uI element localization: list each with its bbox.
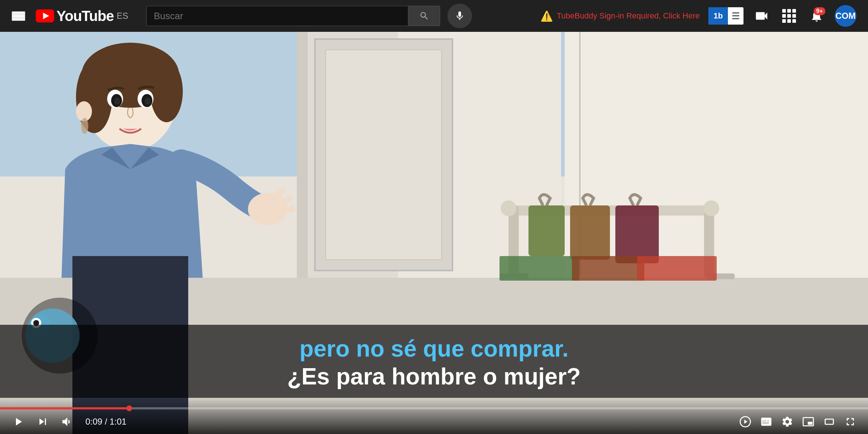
subtitle-line2: ¿Es para hombre o mujer? <box>22 363 846 391</box>
next-button[interactable] <box>33 412 52 431</box>
progress-dot <box>126 405 132 411</box>
time-total: 1:01 <box>110 417 127 426</box>
search-input-wrapper <box>146 6 408 26</box>
subtitle-line1: pero no sé que comprar. <box>22 335 846 363</box>
logo-text: YouTube <box>56 8 114 24</box>
youtube-logo[interactable]: YouTubeES <box>35 8 128 24</box>
mic-button[interactable] <box>447 4 472 28</box>
progress-bar[interactable] <box>0 407 868 409</box>
volume-button[interactable] <box>58 412 77 431</box>
tubebuddy-menu-icon: ☰ <box>728 7 743 25</box>
search-button[interactable] <box>408 6 440 26</box>
hamburger-menu-button[interactable] <box>12 11 25 21</box>
svg-rect-38 <box>500 256 579 281</box>
svg-point-14 <box>76 61 112 133</box>
time-display: 0:09 / 1:01 <box>85 417 126 427</box>
svg-rect-36 <box>570 205 610 260</box>
notification-badge: 9+ <box>814 7 825 15</box>
svg-point-33 <box>501 200 517 216</box>
svg-point-15 <box>150 61 183 122</box>
avatar[interactable]: COM <box>835 5 856 27</box>
time-separator: / <box>105 417 109 426</box>
time-current: 0:09 <box>85 417 102 426</box>
logo-country: ES <box>117 11 128 21</box>
video-controls: 0:09 / 1:01 <box>0 398 868 434</box>
alert-icon: ⚠️ <box>540 10 553 22</box>
controls-row: 0:09 / 1:01 <box>0 412 868 431</box>
apps-grid-icon <box>782 9 796 23</box>
video-scene: pero no sé que comprar. ¿Es para hombre … <box>0 32 868 434</box>
header-right: ⚠️ TubeBuddy Sign-in Required, Click Her… <box>540 5 856 27</box>
svg-point-23 <box>81 118 88 134</box>
svg-rect-4 <box>297 32 308 278</box>
autoplay-button[interactable] <box>736 413 754 431</box>
svg-rect-39 <box>572 256 644 281</box>
header: YouTubeES ⚠️ TubeBuddy Sign-in Required,… <box>0 0 868 32</box>
theater-mode-button[interactable] <box>820 413 838 431</box>
create-button[interactable] <box>752 7 771 25</box>
play-button[interactable] <box>9 412 28 431</box>
tubebuddy-alert-text: TubeBuddy Sign-in Required, Click Here <box>557 11 700 21</box>
svg-rect-37 <box>615 205 659 263</box>
subtitle-overlay: pero no sé que comprar. ¿Es para hombre … <box>0 325 868 398</box>
tubebuddy-logo: 1b <box>708 7 728 25</box>
svg-rect-8 <box>326 50 442 260</box>
miniplayer-button[interactable] <box>799 413 817 431</box>
search-input[interactable] <box>154 10 401 22</box>
tubebuddy-button[interactable]: 1b ☰ <box>708 7 743 25</box>
progress-fill <box>0 407 129 409</box>
tubebuddy-alert[interactable]: ⚠️ TubeBuddy Sign-in Required, Click Her… <box>540 10 700 22</box>
subtitles-button[interactable] <box>757 413 775 431</box>
apps-button[interactable] <box>780 7 799 25</box>
svg-point-20 <box>114 98 120 105</box>
svg-rect-40 <box>637 256 717 281</box>
video-container[interactable]: pero no sé que comprar. ¿Es para hombre … <box>0 32 868 434</box>
notifications-button[interactable]: 9+ <box>807 7 826 25</box>
settings-button[interactable] <box>778 413 796 431</box>
header-left: YouTubeES <box>12 8 135 24</box>
fullscreen-button[interactable] <box>841 413 859 431</box>
svg-point-34 <box>703 200 719 216</box>
search-bar <box>146 6 472 26</box>
svg-rect-35 <box>528 205 565 256</box>
right-controls <box>736 413 859 431</box>
svg-point-21 <box>145 98 151 105</box>
